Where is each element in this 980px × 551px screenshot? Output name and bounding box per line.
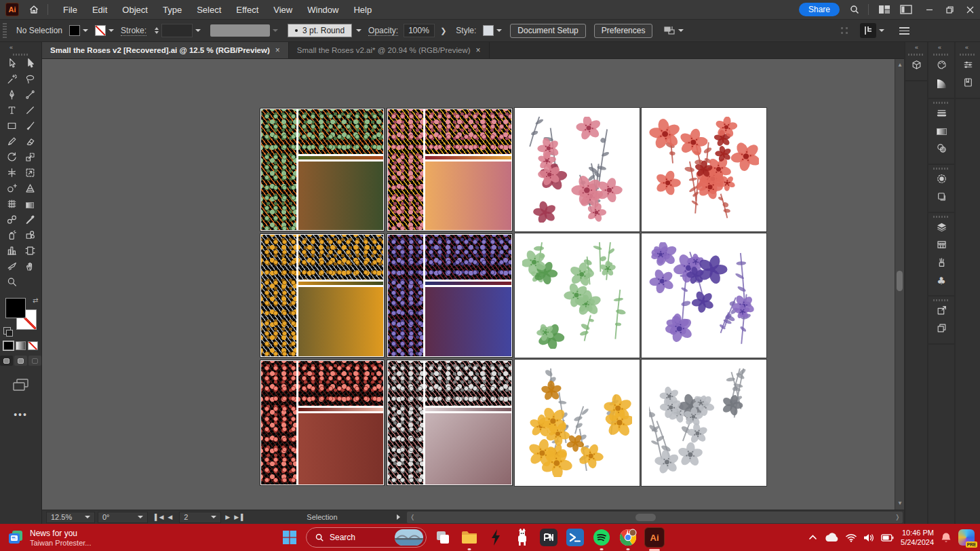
onedrive-icon[interactable] — [824, 533, 839, 542]
task-view-button[interactable] — [433, 527, 453, 548]
menu-type[interactable]: Type — [156, 2, 189, 18]
widgets-button[interactable]: News for you Taiwan Protester... — [7, 529, 142, 547]
fill-dropdown-icon[interactable] — [83, 29, 88, 32]
eyedropper-tool[interactable] — [21, 213, 39, 229]
stroke-panel-button[interactable] — [932, 105, 951, 123]
dock-collapse-icon[interactable]: « — [938, 44, 941, 51]
red-floral-artboard[interactable] — [642, 108, 766, 231]
pattern-swatch[interactable] — [425, 109, 511, 154]
status-expand-icon[interactable] — [397, 514, 400, 520]
artboards-panel-button[interactable] — [932, 237, 951, 254]
edit-toolbar-icon[interactable]: ••• — [14, 409, 28, 420]
green-pattern-card[interactable] — [260, 108, 385, 231]
width-profile-dropdown-icon[interactable] — [273, 29, 278, 32]
volume-icon[interactable] — [863, 533, 874, 542]
pen-tool[interactable] — [3, 88, 21, 104]
layers-panel-button[interactable] — [932, 219, 951, 237]
notification-bell-icon[interactable] — [941, 532, 952, 544]
pattern-strip[interactable] — [261, 235, 296, 356]
scroll-down-icon[interactable]: ▼ — [895, 499, 904, 508]
illustrator-taskbar-icon[interactable]: Ai — [644, 527, 665, 548]
scroll-right-icon[interactable]: ❭ — [892, 514, 903, 520]
document-setup-button[interactable]: Document Setup — [510, 24, 585, 38]
free-transform-tool[interactable] — [21, 166, 39, 182]
minimize-button[interactable] — [919, 0, 939, 19]
zoom-tool[interactable] — [3, 276, 21, 291]
controlbar-drag-handle[interactable] — [3, 23, 7, 38]
gradient-square[interactable] — [425, 287, 511, 356]
next-artboard-button[interactable]: ▶ — [225, 514, 230, 520]
selection-tool[interactable] — [3, 57, 21, 73]
gradient-divider[interactable] — [425, 282, 511, 285]
magic-wand-tool[interactable] — [3, 73, 21, 88]
3d-materials-panel-button[interactable] — [907, 57, 926, 75]
draw-behind-mode[interactable] — [14, 356, 27, 366]
export-panel-button[interactable] — [932, 303, 951, 320]
appearance-panel-button[interactable] — [932, 171, 951, 189]
brush-definition-dropdown[interactable]: 3 pt. Round — [288, 24, 352, 37]
horizontal-scrollbar[interactable]: ❬ ❭ — [407, 512, 903, 523]
dock-drag-handle[interactable] — [960, 54, 976, 56]
color-panel-button[interactable] — [932, 57, 951, 75]
gradient-button[interactable] — [16, 341, 26, 350]
taskbar-search[interactable]: Search — [306, 527, 427, 548]
battery-icon[interactable] — [881, 534, 894, 542]
document-tab-1[interactable]: Small the Roses v2 [Recovered].ai @ 12.5… — [42, 42, 289, 58]
workspace-switcher[interactable] — [860, 23, 876, 38]
color-button[interactable] — [3, 341, 14, 350]
align-dropdown-icon[interactable] — [678, 29, 684, 32]
dock-collapse-icon[interactable]: « — [915, 44, 918, 51]
pattern-swatch[interactable] — [298, 361, 383, 406]
asset-export-panel-button[interactable] — [932, 320, 951, 338]
menu-help[interactable]: Help — [347, 2, 378, 18]
fill-color-swatch[interactable] — [69, 25, 80, 36]
home-icon[interactable] — [28, 4, 39, 15]
horizontal-scroll-thumb[interactable] — [635, 514, 656, 521]
gray-pattern-card[interactable] — [387, 360, 513, 486]
panel-menu-icon[interactable] — [899, 27, 909, 35]
scroll-up-icon[interactable]: ▲ — [895, 60, 904, 70]
opacity-label[interactable]: Opacity: — [368, 26, 398, 36]
purple-floral-artboard[interactable] — [642, 233, 766, 358]
file-explorer-icon[interactable] — [459, 527, 479, 548]
lasso-tool[interactable] — [21, 73, 39, 88]
screen-mode-icon[interactable] — [12, 378, 30, 394]
pattern-strip[interactable] — [388, 235, 423, 356]
align-options-icon[interactable] — [663, 25, 675, 36]
width-tool[interactable] — [3, 166, 21, 182]
toggle-panel-icon[interactable] — [900, 5, 912, 14]
direct-selection-tool[interactable] — [21, 57, 39, 73]
start-button[interactable] — [279, 527, 300, 548]
purple-pattern-card[interactable] — [387, 233, 513, 358]
pattern-swatch[interactable] — [298, 109, 383, 154]
swap-fill-stroke-icon[interactable]: ⇄ — [33, 297, 38, 304]
tab-close-icon[interactable]: × — [275, 45, 280, 55]
graphic-styles-panel-button[interactable] — [932, 189, 951, 206]
stroke-weight-field[interactable] — [161, 24, 193, 37]
first-artboard-button[interactable]: ▌◀ — [155, 514, 163, 520]
search-icon[interactable] — [849, 4, 860, 15]
column-graph-tool[interactable] — [3, 244, 21, 260]
stroke-dropdown-icon[interactable] — [109, 29, 114, 32]
hand-tool[interactable] — [21, 260, 39, 276]
search-highlight-image[interactable] — [395, 529, 423, 546]
shaper-tool[interactable] — [3, 135, 21, 151]
pattern-swatch[interactable] — [425, 235, 511, 280]
brush-dropdown-icon[interactable] — [356, 29, 361, 32]
gradient-panel-panel-button[interactable] — [932, 123, 951, 140]
copilot-icon[interactable]: PRE — [958, 529, 975, 546]
dock-drag-handle[interactable] — [908, 54, 924, 56]
rotation-dropdown[interactable]: 0° — [98, 512, 148, 523]
menu-select[interactable]: Select — [190, 2, 228, 18]
workspace-dropdown-icon[interactable] — [879, 29, 884, 32]
gradient-tool[interactable] — [21, 197, 39, 213]
gradient-square[interactable] — [425, 162, 511, 230]
mesh-tool[interactable] — [3, 197, 21, 213]
pattern-strip[interactable] — [388, 361, 423, 484]
curvature-tool[interactable] — [21, 88, 39, 104]
rectangle-tool[interactable] — [3, 119, 21, 135]
stroke-color-swatch[interactable] — [95, 25, 106, 36]
pink-pattern-card[interactable] — [387, 108, 513, 231]
tools-collapse-icon[interactable]: « — [9, 44, 12, 51]
tools-drag-handle[interactable] — [13, 54, 29, 56]
